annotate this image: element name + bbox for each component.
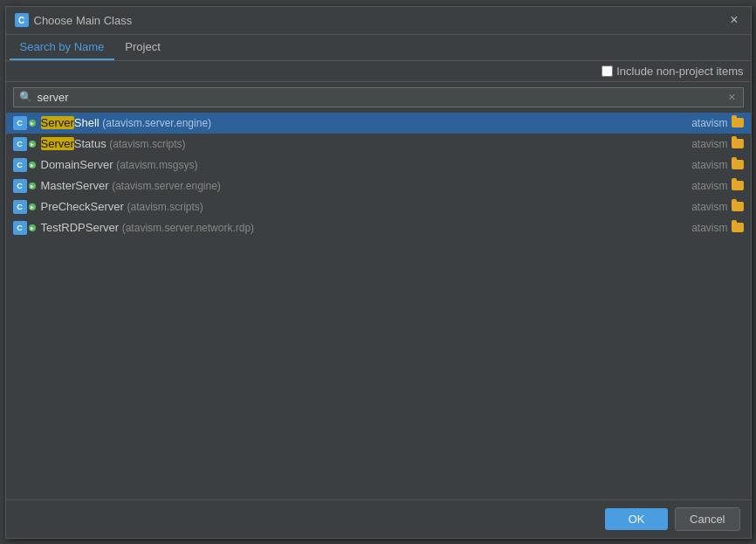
item-package: (atavism.server.engine): [102, 117, 211, 129]
dialog-icon: C: [15, 13, 29, 27]
item-icons: C: [13, 221, 36, 235]
module-folder-icon: [732, 223, 744, 232]
item-name: PreCheckServer (atavism.scripts): [41, 200, 692, 213]
item-package: (atavism.msgsys): [116, 159, 197, 171]
item-module: atavism: [691, 180, 727, 192]
item-package: (atavism.server.engine): [112, 180, 221, 192]
run-icon: [29, 162, 36, 169]
search-icon: 🔍: [19, 91, 32, 103]
item-name: MasterServer (atavism.server.engine): [41, 179, 692, 192]
item-package: (atavism.scripts): [127, 201, 203, 213]
item-name: ServerShell (atavism.server.engine): [41, 116, 692, 129]
item-module: atavism: [691, 201, 727, 213]
include-non-project-checkbox[interactable]: [601, 65, 613, 77]
tab-search-by-name[interactable]: Search by Name: [10, 35, 115, 60]
toolbar: Include non-project items: [6, 61, 751, 82]
list-item[interactable]: C ServerShell (atavism.server.engine) at…: [6, 113, 751, 134]
ok-button[interactable]: OK: [605, 508, 668, 530]
module-folder-icon: [732, 181, 744, 190]
list-item[interactable]: C MasterServer (atavism.server.engine) a…: [6, 176, 751, 196]
item-icons: C: [13, 179, 36, 193]
class-icon: C: [13, 200, 27, 214]
item-name-highlight: Server: [41, 137, 74, 150]
title-bar-left: C Choose Main Class: [15, 13, 133, 27]
run-icon: [29, 203, 36, 210]
run-icon: [29, 182, 36, 189]
title-bar: C Choose Main Class ×: [6, 7, 751, 35]
item-icons: C: [13, 116, 36, 130]
list-item[interactable]: C TestRDPServer (atavism.server.network.…: [6, 217, 751, 238]
include-non-project-label[interactable]: Include non-project items: [601, 65, 743, 78]
choose-main-class-dialog: C Choose Main Class × Search by Name Pro…: [5, 6, 752, 539]
tabs-bar: Search by Name Project: [6, 35, 751, 61]
item-module: atavism: [691, 159, 727, 171]
run-icon: [29, 224, 36, 231]
search-box: 🔍 ×: [13, 87, 744, 107]
module-folder-icon: [732, 139, 744, 148]
item-name: ServerStatus (atavism.scripts): [41, 137, 692, 150]
class-icon: C: [13, 116, 27, 130]
item-package: (atavism.server.network.rdp): [122, 222, 254, 234]
class-icon: C: [13, 158, 27, 172]
run-icon: [29, 141, 36, 148]
search-input[interactable]: [38, 91, 722, 104]
item-name: TestRDPServer (atavism.server.network.rd…: [41, 221, 692, 234]
close-button[interactable]: ×: [726, 11, 741, 29]
module-folder-icon: [732, 202, 744, 211]
item-name: DomainServer (atavism.msgsys): [41, 158, 692, 171]
item-module: atavism: [691, 138, 727, 150]
tab-project[interactable]: Project: [114, 35, 170, 60]
item-icons: C: [13, 200, 36, 214]
search-area: 🔍 ×: [6, 82, 751, 113]
list-item[interactable]: C PreCheckServer (atavism.scripts) atavi…: [6, 196, 751, 217]
item-icons: C: [13, 158, 36, 172]
item-module: atavism: [691, 222, 727, 234]
item-module: atavism: [691, 117, 727, 129]
item-icons: C: [13, 137, 36, 151]
results-list: C ServerShell (atavism.server.engine) at…: [6, 113, 751, 499]
list-item[interactable]: C DomainServer (atavism.msgsys) atavism: [6, 155, 751, 176]
dialog-title: Choose Main Class: [34, 14, 133, 27]
cancel-button[interactable]: Cancel: [675, 507, 739, 531]
list-item[interactable]: C ServerStatus (atavism.scripts) atavism: [6, 134, 751, 155]
footer: OK Cancel: [6, 499, 751, 538]
clear-search-button[interactable]: ×: [726, 91, 737, 103]
module-folder-icon: [732, 118, 744, 127]
item-name-highlight: Server: [41, 116, 74, 129]
include-non-project-text: Include non-project items: [616, 65, 743, 78]
class-icon: C: [13, 179, 27, 193]
class-icon: C: [13, 137, 27, 151]
item-package: (atavism.scripts): [109, 138, 185, 150]
module-folder-icon: [732, 160, 744, 169]
run-icon: [29, 120, 36, 127]
class-icon: C: [13, 221, 27, 235]
